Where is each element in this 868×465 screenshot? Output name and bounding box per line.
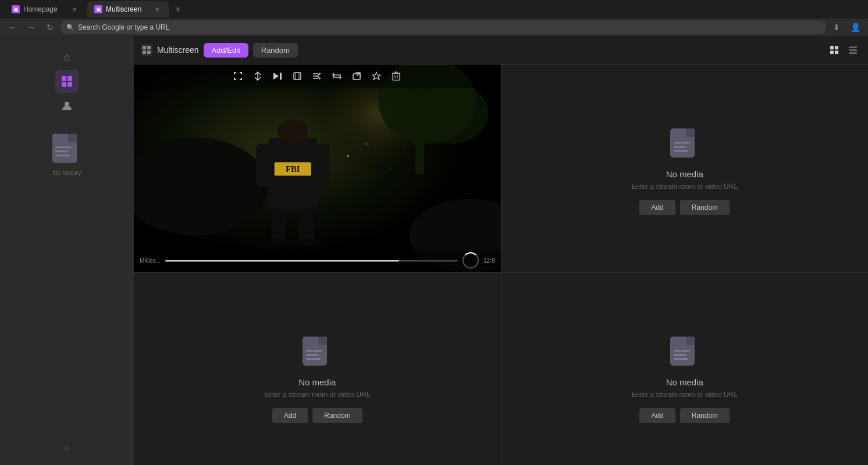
progress-label: MKico... bbox=[140, 257, 161, 264]
svg-rect-2 bbox=[62, 82, 66, 87]
sidebar: ⌂ bbox=[0, 36, 134, 465]
browser-controls: ← → ↻ 🔍 Search Google or type a URL ⬇ 👤 bbox=[0, 19, 868, 36]
svg-rect-20 bbox=[849, 49, 857, 51]
back-button[interactable]: ← bbox=[5, 19, 21, 35]
no-media-icon-4 bbox=[664, 330, 705, 370]
address-bar[interactable]: 🔍 Search Google or type a URL bbox=[61, 20, 826, 34]
sidebar-nav: ⌂ bbox=[0, 41, 134, 117]
add-button-4[interactable]: Add bbox=[639, 408, 675, 423]
tab-close-homepage[interactable]: ✕ bbox=[70, 5, 79, 14]
view-toggle bbox=[826, 42, 861, 58]
svg-rect-60 bbox=[674, 150, 688, 152]
video-controls bbox=[134, 65, 501, 88]
list-view-button[interactable] bbox=[845, 42, 861, 58]
svg-point-53 bbox=[365, 143, 367, 145]
svg-rect-64 bbox=[306, 350, 322, 352]
shuffle-button[interactable] bbox=[310, 69, 324, 83]
tab-title-multiscreen: Multiscreen bbox=[106, 5, 149, 13]
svg-point-46 bbox=[278, 120, 308, 144]
app-icon bbox=[141, 44, 152, 56]
svg-rect-12 bbox=[147, 46, 151, 49]
sidebar-item-multiscreen[interactable] bbox=[55, 70, 79, 93]
svg-rect-10 bbox=[55, 155, 70, 156]
svg-rect-17 bbox=[830, 51, 834, 54]
star-button[interactable] bbox=[369, 69, 383, 83]
external-button[interactable] bbox=[350, 69, 364, 83]
fullscreen-button[interactable] bbox=[231, 69, 245, 83]
forward-button[interactable]: → bbox=[23, 19, 40, 35]
swap-button[interactable] bbox=[330, 69, 344, 83]
media-cell-4: No media Enter a stream room or video UR… bbox=[501, 273, 869, 465]
svg-text:FBI: FBI bbox=[286, 164, 300, 174]
random-button-4[interactable]: Random bbox=[680, 408, 730, 423]
new-tab-button[interactable]: + bbox=[170, 1, 186, 17]
tab-multiscreen[interactable]: ▣ Multiscreen ✕ bbox=[87, 1, 169, 17]
svg-rect-58 bbox=[674, 142, 690, 144]
svg-rect-40 bbox=[415, 126, 424, 174]
main-layout: ⌂ bbox=[0, 36, 868, 465]
svg-marker-27 bbox=[319, 73, 321, 75]
no-media-title-3: No media bbox=[298, 377, 336, 387]
video-scene: FBI bbox=[134, 65, 501, 272]
random-button-2[interactable]: Random bbox=[680, 200, 730, 215]
svg-marker-22 bbox=[273, 73, 279, 80]
cell-buttons-2: Add Random bbox=[639, 200, 730, 215]
svg-rect-18 bbox=[835, 51, 838, 54]
tab-homepage[interactable]: ▣ Homepage ✕ bbox=[5, 1, 86, 17]
video-progress: MKico... 12:8 bbox=[134, 249, 501, 272]
svg-rect-66 bbox=[306, 358, 321, 360]
sidebar-item-home[interactable]: ⌂ bbox=[55, 45, 79, 69]
svg-rect-47 bbox=[256, 144, 269, 187]
svg-rect-7 bbox=[68, 134, 77, 142]
crop-button[interactable] bbox=[290, 69, 304, 83]
svg-rect-65 bbox=[306, 354, 319, 356]
media-cell-3: No media Enter a stream room or video UR… bbox=[134, 273, 501, 465]
tab-favicon-multiscreen: ▣ bbox=[94, 5, 102, 13]
random-button-3[interactable]: Random bbox=[312, 408, 362, 423]
svg-rect-71 bbox=[674, 354, 686, 356]
svg-rect-29 bbox=[353, 74, 360, 80]
search-icon: 🔍 bbox=[66, 24, 74, 31]
svg-point-54 bbox=[390, 168, 391, 169]
svg-line-30 bbox=[357, 73, 360, 76]
profile-button[interactable]: 👤 bbox=[847, 19, 863, 35]
svg-rect-3 bbox=[67, 82, 72, 87]
progress-track[interactable] bbox=[165, 260, 458, 262]
svg-rect-70 bbox=[674, 350, 690, 352]
svg-rect-1 bbox=[67, 76, 72, 81]
cell-buttons-4: Add Random bbox=[639, 408, 730, 423]
media-cell-2: No media Enter a stream room or video UR… bbox=[501, 65, 869, 272]
svg-point-39 bbox=[415, 83, 488, 144]
collapse-button[interactable] bbox=[251, 69, 265, 83]
svg-rect-23 bbox=[280, 73, 282, 80]
svg-rect-16 bbox=[835, 46, 838, 49]
collapse-sidebar-button[interactable]: « bbox=[59, 439, 75, 456]
tab-bar: ▣ Homepage ✕ ▣ Multiscreen ✕ + bbox=[0, 0, 868, 19]
reload-button[interactable]: ↻ bbox=[42, 19, 58, 35]
svg-rect-9 bbox=[55, 151, 68, 152]
sidebar-item-users[interactable] bbox=[55, 94, 79, 117]
add-edit-button[interactable]: Add/Edit bbox=[204, 43, 248, 58]
svg-point-4 bbox=[65, 102, 69, 106]
svg-rect-13 bbox=[143, 51, 146, 54]
progress-fill bbox=[165, 260, 399, 262]
svg-rect-14 bbox=[147, 51, 151, 54]
cell-buttons-3: Add Random bbox=[272, 408, 362, 423]
delete-button[interactable] bbox=[389, 69, 403, 83]
skip-button[interactable] bbox=[271, 69, 284, 83]
tab-close-multiscreen[interactable]: ✕ bbox=[152, 5, 162, 14]
no-media-title-4: No media bbox=[666, 377, 703, 387]
random-button[interactable]: Random bbox=[253, 43, 298, 58]
history-thumbnail bbox=[44, 129, 90, 167]
add-button-3[interactable]: Add bbox=[272, 408, 308, 423]
video-frame: FBI bbox=[134, 65, 501, 272]
svg-rect-21 bbox=[849, 52, 857, 54]
grid-view-button[interactable] bbox=[826, 42, 842, 58]
svg-rect-15 bbox=[830, 46, 834, 49]
download-button[interactable]: ⬇ bbox=[828, 19, 845, 35]
svg-marker-28 bbox=[319, 77, 321, 80]
svg-rect-8 bbox=[55, 146, 72, 148]
svg-rect-19 bbox=[849, 46, 857, 48]
add-button-2[interactable]: Add bbox=[639, 200, 675, 215]
svg-rect-24 bbox=[294, 73, 301, 80]
